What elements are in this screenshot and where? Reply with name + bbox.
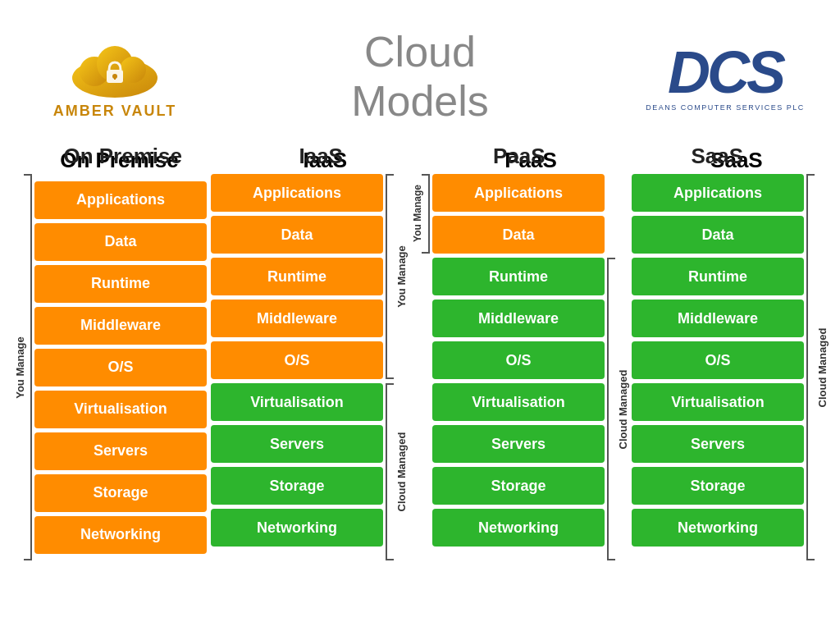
on-premise-item-0: Applications [34, 181, 207, 219]
on-premise-wrapper: You Manage ApplicationsDataRuntimeMiddle… [12, 174, 207, 560]
hdr-on-premise: On Premise [35, 144, 211, 169]
op-left-bracket: You Manage [12, 174, 32, 560]
paas-left-bracket: You Manage [410, 174, 430, 560]
paas-item-1: Data [432, 216, 605, 254]
full-layout: On Premise IaaS PaaS SaaS You Manage App… [0, 144, 840, 560]
dcs-subtitle: DEANS COMPUTER SERVICES PLC [646, 103, 804, 112]
iaas-item-5: Virtualisation [211, 383, 383, 421]
iaas-item-3: Middleware [211, 300, 383, 337]
saas-right-bracket: Cloud Managed [806, 174, 828, 560]
header: AMBER VAULT Cloud Models DCS DEANS COMPU… [0, 0, 840, 148]
amber-vault-cloud-icon [66, 35, 164, 101]
saas-wrapper: ApplicationsDataRuntimeMiddlewareO/SVirt… [632, 174, 828, 560]
paas-wrapper: You Manage ApplicationsDataRuntimeMiddle… [410, 174, 628, 560]
iaas-item-4: O/S [211, 341, 383, 379]
paas-item-4: O/S [432, 341, 605, 379]
iaas-item-0: Applications [211, 174, 383, 212]
hdr-saas: SaaS [629, 144, 805, 169]
saas-cloud-managed-label: Cloud Managed [816, 327, 829, 407]
iaas-cloud-managed-label: Cloud Managed [395, 432, 408, 512]
saas-item-2: Runtime [632, 258, 804, 295]
saas-item-0: Applications [632, 174, 804, 212]
dcs-logo: DCS DEANS COMPUTER SERVICES PLC [643, 43, 807, 112]
paas-item-8: Networking [432, 509, 605, 547]
iaas-item-7: Storage [211, 467, 383, 505]
paas-item-7: Storage [432, 467, 605, 505]
iaas-wrapper: ApplicationsDataRuntimeMiddlewareO/SVirt… [211, 174, 407, 560]
iaas-item-1: Data [211, 216, 383, 254]
paas-you-manage-label: You Manage [412, 185, 423, 242]
paas-item-3: Middleware [432, 300, 605, 337]
hdr-paas: PaaS [431, 144, 607, 169]
iaas-right-brackets: You Manage Cloud Managed [386, 174, 407, 560]
saas-item-1: Data [632, 216, 804, 254]
paas-item-6: Servers [432, 425, 605, 463]
hdr-iaas: IaaS [233, 144, 409, 169]
iaas-you-manage-label: You Manage [395, 245, 408, 308]
iaas-item-6: Servers [211, 425, 383, 463]
on-premise-item-4: O/S [34, 349, 207, 386]
title-text: Cloud Models [197, 28, 643, 126]
paas-col-stack: ApplicationsDataRuntimeMiddlewareO/SVirt… [432, 174, 605, 547]
on-premise-item-6: Servers [34, 432, 207, 470]
svg-point-3 [120, 57, 146, 83]
dcs-letters: DCS [668, 43, 783, 102]
on-premise-item-2: Runtime [34, 265, 207, 303]
paas-item-0: Applications [432, 174, 605, 212]
saas-col-stack: ApplicationsDataRuntimeMiddlewareO/SVirt… [632, 174, 804, 547]
on-premise-item-7: Storage [34, 474, 207, 512]
op-col-stack: ApplicationsDataRuntimeMiddlewareO/SVirt… [34, 181, 207, 554]
iaas-col-stack: ApplicationsDataRuntimeMiddlewareO/SVirt… [211, 174, 383, 547]
amber-vault-logo: AMBER VAULT [33, 35, 197, 120]
iaas-item-2: Runtime [211, 258, 383, 295]
paas-right-bracket: Cloud Managed [607, 174, 628, 560]
op-you-manage-label: You Manage [14, 336, 26, 399]
page-title: Cloud Models [197, 28, 643, 126]
paas-item-5: Virtualisation [432, 383, 605, 421]
on-premise-item-1: Data [34, 223, 207, 261]
svg-rect-6 [114, 76, 116, 80]
amber-vault-label: AMBER VAULT [53, 103, 176, 120]
on-premise-item-8: Networking [34, 516, 207, 554]
paas-item-2: Runtime [432, 258, 605, 295]
saas-item-6: Servers [632, 425, 804, 463]
grid-body: You Manage ApplicationsDataRuntimeMiddle… [12, 174, 828, 560]
paas-cloud-managed-label: Cloud Managed [617, 370, 629, 450]
saas-item-7: Storage [632, 467, 804, 505]
on-premise-item-5: Virtualisation [34, 391, 207, 428]
saas-item-4: O/S [632, 341, 804, 379]
iaas-item-8: Networking [211, 509, 383, 547]
saas-item-8: Networking [632, 509, 804, 547]
saas-item-5: Virtualisation [632, 383, 804, 421]
saas-item-3: Middleware [632, 300, 804, 337]
on-premise-item-3: Middleware [34, 307, 207, 345]
